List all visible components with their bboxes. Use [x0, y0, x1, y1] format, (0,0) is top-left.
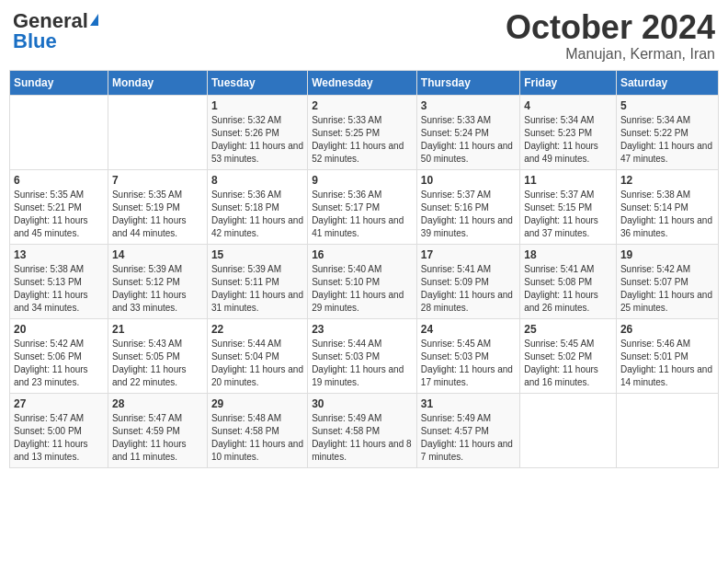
day-cell: 17Sunrise: 5:41 AMSunset: 5:09 PMDayligh… — [416, 244, 519, 318]
day-number: 30 — [312, 397, 413, 410]
col-header-tuesday: Tuesday — [207, 70, 307, 95]
col-header-sunday: Sunday — [10, 70, 108, 95]
day-cell: 22Sunrise: 5:44 AMSunset: 5:04 PMDayligh… — [207, 318, 307, 393]
day-detail: Sunrise: 5:37 AMSunset: 5:16 PMDaylight:… — [421, 189, 516, 240]
day-number: 19 — [620, 248, 714, 261]
day-cell — [520, 393, 617, 467]
day-number: 17 — [421, 248, 516, 261]
day-cell: 29Sunrise: 5:48 AMSunset: 4:58 PMDayligh… — [207, 393, 307, 467]
day-detail: Sunrise: 5:43 AMSunset: 5:05 PMDaylight:… — [112, 338, 203, 389]
day-cell: 16Sunrise: 5:40 AMSunset: 5:10 PMDayligh… — [308, 244, 417, 318]
day-number: 22 — [211, 323, 303, 336]
day-detail: Sunrise: 5:44 AMSunset: 5:03 PMDaylight:… — [312, 338, 413, 389]
day-cell: 3Sunrise: 5:33 AMSunset: 5:24 PMDaylight… — [416, 95, 519, 169]
day-detail: Sunrise: 5:48 AMSunset: 4:58 PMDaylight:… — [211, 412, 303, 464]
day-number: 10 — [421, 174, 516, 187]
day-detail: Sunrise: 5:35 AMSunset: 5:19 PMDaylight:… — [112, 189, 203, 240]
week-row-1: 1Sunrise: 5:32 AMSunset: 5:26 PMDaylight… — [10, 95, 719, 169]
week-row-2: 6Sunrise: 5:35 AMSunset: 5:21 PMDaylight… — [10, 169, 719, 244]
day-number: 11 — [524, 174, 612, 187]
day-number: 18 — [524, 248, 612, 261]
page-title: October 2024 — [506, 9, 715, 46]
col-header-thursday: Thursday — [416, 70, 519, 95]
day-cell: 9Sunrise: 5:36 AMSunset: 5:17 PMDaylight… — [308, 169, 417, 244]
day-cell: 10Sunrise: 5:37 AMSunset: 5:16 PMDayligh… — [416, 169, 519, 244]
day-cell: 2Sunrise: 5:33 AMSunset: 5:25 PMDaylight… — [308, 95, 417, 169]
day-cell: 27Sunrise: 5:47 AMSunset: 5:00 PMDayligh… — [10, 393, 108, 467]
day-detail: Sunrise: 5:35 AMSunset: 5:21 PMDaylight:… — [14, 189, 104, 240]
day-cell: 6Sunrise: 5:35 AMSunset: 5:21 PMDaylight… — [10, 169, 108, 244]
day-number: 3 — [421, 99, 516, 112]
day-detail: Sunrise: 5:47 AMSunset: 5:00 PMDaylight:… — [14, 412, 104, 464]
day-detail: Sunrise: 5:41 AMSunset: 5:08 PMDaylight:… — [524, 263, 612, 315]
day-detail: Sunrise: 5:40 AMSunset: 5:10 PMDaylight:… — [312, 263, 413, 315]
day-number: 25 — [524, 323, 612, 336]
day-number: 8 — [211, 174, 303, 187]
day-cell: 24Sunrise: 5:45 AMSunset: 5:03 PMDayligh… — [416, 318, 519, 393]
day-detail: Sunrise: 5:42 AMSunset: 5:06 PMDaylight:… — [14, 338, 104, 389]
header-row: SundayMondayTuesdayWednesdayThursdayFrid… — [10, 70, 719, 95]
day-detail: Sunrise: 5:45 AMSunset: 5:03 PMDaylight:… — [421, 338, 516, 389]
day-number: 6 — [14, 174, 104, 187]
day-detail: Sunrise: 5:33 AMSunset: 5:25 PMDaylight:… — [312, 114, 413, 166]
day-number: 16 — [312, 248, 413, 261]
week-row-4: 20Sunrise: 5:42 AMSunset: 5:06 PMDayligh… — [10, 318, 719, 393]
day-detail: Sunrise: 5:37 AMSunset: 5:15 PMDaylight:… — [524, 189, 612, 240]
day-cell: 15Sunrise: 5:39 AMSunset: 5:11 PMDayligh… — [207, 244, 307, 318]
day-detail: Sunrise: 5:39 AMSunset: 5:12 PMDaylight:… — [112, 263, 203, 315]
day-detail: Sunrise: 5:44 AMSunset: 5:04 PMDaylight:… — [211, 338, 303, 389]
day-number: 15 — [211, 248, 303, 261]
day-number: 13 — [14, 248, 104, 261]
logo-arrow-icon — [90, 14, 98, 26]
col-header-friday: Friday — [520, 70, 617, 95]
day-number: 7 — [112, 174, 203, 187]
day-cell: 25Sunrise: 5:45 AMSunset: 5:02 PMDayligh… — [520, 318, 617, 393]
day-number: 20 — [14, 323, 104, 336]
day-detail: Sunrise: 5:36 AMSunset: 5:18 PMDaylight:… — [211, 189, 303, 240]
day-number: 26 — [620, 323, 714, 336]
week-row-3: 13Sunrise: 5:38 AMSunset: 5:13 PMDayligh… — [10, 244, 719, 318]
day-detail: Sunrise: 5:33 AMSunset: 5:24 PMDaylight:… — [421, 114, 516, 166]
day-cell: 8Sunrise: 5:36 AMSunset: 5:18 PMDaylight… — [207, 169, 307, 244]
day-detail: Sunrise: 5:39 AMSunset: 5:11 PMDaylight:… — [211, 263, 303, 315]
day-detail: Sunrise: 5:36 AMSunset: 5:17 PMDaylight:… — [312, 189, 413, 240]
day-detail: Sunrise: 5:34 AMSunset: 5:23 PMDaylight:… — [524, 114, 612, 166]
day-cell: 21Sunrise: 5:43 AMSunset: 5:05 PMDayligh… — [108, 318, 207, 393]
day-detail: Sunrise: 5:38 AMSunset: 5:14 PMDaylight:… — [620, 189, 714, 240]
day-cell — [616, 393, 718, 467]
day-number: 4 — [524, 99, 612, 112]
day-detail: Sunrise: 5:46 AMSunset: 5:01 PMDaylight:… — [620, 338, 714, 389]
day-cell: 14Sunrise: 5:39 AMSunset: 5:12 PMDayligh… — [108, 244, 207, 318]
day-number: 29 — [211, 397, 303, 410]
day-cell: 4Sunrise: 5:34 AMSunset: 5:23 PMDaylight… — [520, 95, 617, 169]
day-cell: 31Sunrise: 5:49 AMSunset: 4:57 PMDayligh… — [416, 393, 519, 467]
day-cell: 13Sunrise: 5:38 AMSunset: 5:13 PMDayligh… — [10, 244, 108, 318]
day-number: 24 — [421, 323, 516, 336]
day-number: 5 — [620, 99, 714, 112]
day-number: 1 — [211, 99, 303, 112]
logo-blue-text: Blue — [13, 29, 57, 53]
day-number: 23 — [312, 323, 413, 336]
col-header-wednesday: Wednesday — [308, 70, 417, 95]
day-cell: 5Sunrise: 5:34 AMSunset: 5:22 PMDaylight… — [616, 95, 718, 169]
day-cell: 7Sunrise: 5:35 AMSunset: 5:19 PMDaylight… — [108, 169, 207, 244]
day-detail: Sunrise: 5:49 AMSunset: 4:58 PMDaylight:… — [312, 412, 413, 464]
day-cell: 20Sunrise: 5:42 AMSunset: 5:06 PMDayligh… — [10, 318, 108, 393]
day-detail: Sunrise: 5:42 AMSunset: 5:07 PMDaylight:… — [620, 263, 714, 315]
day-number: 2 — [312, 99, 413, 112]
day-number: 27 — [14, 397, 104, 410]
col-header-saturday: Saturday — [616, 70, 718, 95]
day-cell: 12Sunrise: 5:38 AMSunset: 5:14 PMDayligh… — [616, 169, 718, 244]
day-number: 28 — [112, 397, 203, 410]
day-number: 31 — [421, 397, 516, 410]
logo: General Blue — [13, 9, 98, 53]
day-cell — [108, 95, 207, 169]
day-cell: 18Sunrise: 5:41 AMSunset: 5:08 PMDayligh… — [520, 244, 617, 318]
day-detail: Sunrise: 5:32 AMSunset: 5:26 PMDaylight:… — [211, 114, 303, 166]
week-row-5: 27Sunrise: 5:47 AMSunset: 5:00 PMDayligh… — [10, 393, 719, 467]
day-cell: 28Sunrise: 5:47 AMSunset: 4:59 PMDayligh… — [108, 393, 207, 467]
day-cell: 26Sunrise: 5:46 AMSunset: 5:01 PMDayligh… — [616, 318, 718, 393]
page-subtitle: Manujan, Kerman, Iran — [506, 46, 715, 63]
page-header: General Blue October 2024 Manujan, Kerma… — [9, 9, 719, 63]
day-cell: 1Sunrise: 5:32 AMSunset: 5:26 PMDaylight… — [207, 95, 307, 169]
